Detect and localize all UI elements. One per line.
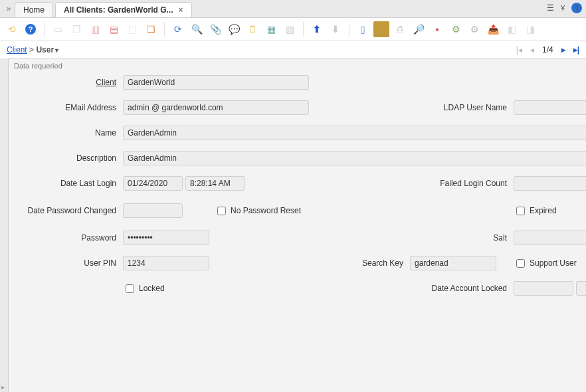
arrow-up-icon[interactable]: ⬆	[309, 21, 325, 37]
breadcrumb-sep: >	[27, 45, 37, 54]
note-icon[interactable]: 🗒	[244, 21, 260, 37]
misc1-icon[interactable]: ◧	[504, 21, 520, 37]
toolbar-sep2	[164, 22, 165, 37]
breadcrumb-user[interactable]: User	[36, 45, 54, 54]
doc-icon[interactable]: ▥	[87, 21, 103, 37]
gear-icon[interactable]: ⚙	[466, 21, 482, 37]
label-expired: Expired	[530, 206, 557, 215]
label-date-last-login: Date Last Login	[13, 179, 119, 188]
label-user-pin: User PIN	[13, 258, 119, 268]
save-icon[interactable]: ▤	[106, 21, 122, 37]
status-text: Data requeried	[9, 59, 586, 72]
label-date-pw-changed: Date Password Changed	[13, 206, 119, 215]
export-icon[interactable]: 📤	[485, 21, 501, 37]
stop-icon[interactable]: ▪	[429, 21, 445, 37]
field-date-account-locked-time[interactable]	[576, 281, 586, 296]
label-failed-login: Failed Login Count	[410, 179, 510, 188]
tab-active-label: All Clients: GardenWorld G...	[64, 5, 173, 15]
new-icon[interactable]: ▭	[50, 21, 66, 37]
field-email[interactable]	[123, 100, 309, 115]
tab-active[interactable]: All Clients: GardenWorld G... ×	[55, 2, 191, 17]
checkbox-locked[interactable]	[126, 284, 134, 293]
tab-bar: » Home All Clients: GardenWorld G... × ☰…	[0, 0, 586, 18]
tab-home-label: Home	[23, 5, 45, 15]
label-date-account-locked: Date Account Locked	[410, 284, 510, 293]
pager-first-icon[interactable]: |◂	[516, 45, 522, 54]
field-date-last-login-time[interactable]	[185, 176, 245, 191]
field-salt[interactable]	[514, 231, 586, 245]
pager-last-icon[interactable]: ▸|	[573, 45, 579, 54]
pager-next-icon[interactable]: ▸	[561, 45, 565, 54]
chevron-down-icon[interactable]: ▼	[54, 47, 60, 54]
checkbox-expired[interactable]	[516, 207, 525, 215]
process-icon[interactable]: ⚙	[448, 21, 464, 37]
field-ldap[interactable]	[514, 100, 586, 115]
field-user-pin[interactable]	[123, 256, 209, 270]
left-spine[interactable]: ▸	[0, 58, 9, 392]
refresh-icon[interactable]: ⟳	[170, 21, 186, 37]
search-icon[interactable]: 🔍	[189, 21, 205, 37]
report-icon[interactable]: ▯	[355, 21, 371, 37]
zoom-icon[interactable]: 🔎	[411, 21, 427, 37]
label-client: Client	[13, 78, 119, 87]
label-ldap: LDAP User Name	[410, 103, 510, 112]
label-salt: Salt	[410, 233, 510, 243]
form-pane: Data requeried Client EMail Address LDAP…	[9, 58, 586, 392]
field-name[interactable]	[123, 126, 586, 140]
toolbar-sep	[44, 22, 45, 37]
check-locked[interactable]: Locked	[123, 282, 309, 295]
pager-label: 1/4	[542, 45, 553, 54]
checkbox-no-pw-reset[interactable]	[217, 207, 226, 215]
toolbar-sep4	[349, 22, 349, 37]
undo-icon[interactable]: ⟲	[4, 21, 20, 37]
field-client[interactable]	[123, 75, 309, 90]
collapse-icon[interactable]: ¥	[561, 4, 565, 12]
book-icon[interactable]	[373, 21, 389, 37]
field-password[interactable]	[123, 231, 209, 245]
label-description: Description	[13, 153, 119, 163]
multi-icon[interactable]: ❏	[143, 21, 159, 37]
label-email: EMail Address	[13, 103, 119, 112]
check-no-pw-reset[interactable]: No Password Reset	[215, 205, 301, 217]
label-search-key: Search Key	[313, 258, 406, 268]
delete-icon[interactable]: ⬚	[124, 21, 140, 37]
label-name: Name	[13, 128, 119, 138]
tabs-overflow-icon[interactable]: »	[3, 4, 15, 13]
check-support-user[interactable]: Support User	[514, 257, 586, 270]
misc2-icon[interactable]: ◨	[522, 21, 538, 37]
copy-icon[interactable]: ❐	[68, 21, 84, 37]
tab-close-icon[interactable]: ×	[178, 5, 183, 15]
field-date-account-locked-date[interactable]	[514, 281, 573, 296]
label-no-pw-reset: No Password Reset	[231, 206, 301, 215]
breadcrumb-bar: Client > User▼ |◂ ◂ 1/4 ▸ ▸|	[0, 41, 586, 58]
label-locked: Locked	[139, 284, 165, 293]
field-search-key[interactable]	[410, 256, 496, 270]
field-description[interactable]	[123, 151, 586, 165]
image-icon[interactable]: ▧	[282, 21, 298, 37]
tab-home[interactable]: Home	[15, 2, 53, 17]
breadcrumb-client[interactable]: Client	[7, 45, 27, 54]
menu-icon[interactable]: ☰	[547, 3, 554, 13]
pager-prev-icon[interactable]: ◂	[530, 45, 534, 54]
attach-icon[interactable]: 📎	[207, 21, 223, 37]
check-expired[interactable]: Expired	[514, 205, 586, 217]
field-date-last-login-date[interactable]	[123, 176, 183, 191]
breadcrumb: Client > User▼	[7, 45, 60, 54]
checkbox-support-user[interactable]	[516, 259, 525, 268]
chat-icon[interactable]: 💬	[226, 21, 242, 37]
help-icon[interactable]: ?	[571, 3, 582, 13]
label-password: Password	[13, 233, 119, 243]
pager: |◂ ◂ 1/4 ▸ ▸|	[516, 45, 579, 54]
toolbar-sep3	[303, 22, 304, 37]
toolbar: ⟲ ? ▭ ❐ ▥ ▤ ⬚ ❏ ⟳ 🔍 📎 💬 🗒 ▦ ▧ ⬆ ⬇ ▯ ⎙ 🔎 …	[0, 18, 586, 41]
arrow-down-icon[interactable]: ⬇	[328, 21, 343, 37]
label-support-user: Support User	[530, 258, 577, 268]
field-failed-login[interactable]	[514, 176, 586, 191]
grid-icon[interactable]: ▦	[263, 21, 279, 37]
spine-expand-icon[interactable]: ▸	[1, 383, 5, 391]
help-button-icon[interactable]: ?	[23, 21, 39, 37]
print-icon[interactable]: ⎙	[392, 21, 408, 37]
field-date-pw-changed[interactable]	[123, 203, 183, 218]
